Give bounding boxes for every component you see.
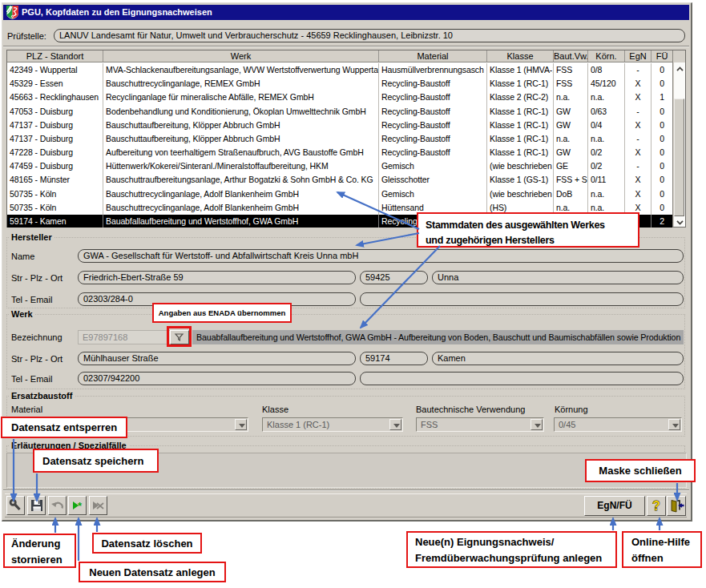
svg-text:?: ? [652, 499, 660, 513]
svg-text:*: * [78, 500, 83, 512]
